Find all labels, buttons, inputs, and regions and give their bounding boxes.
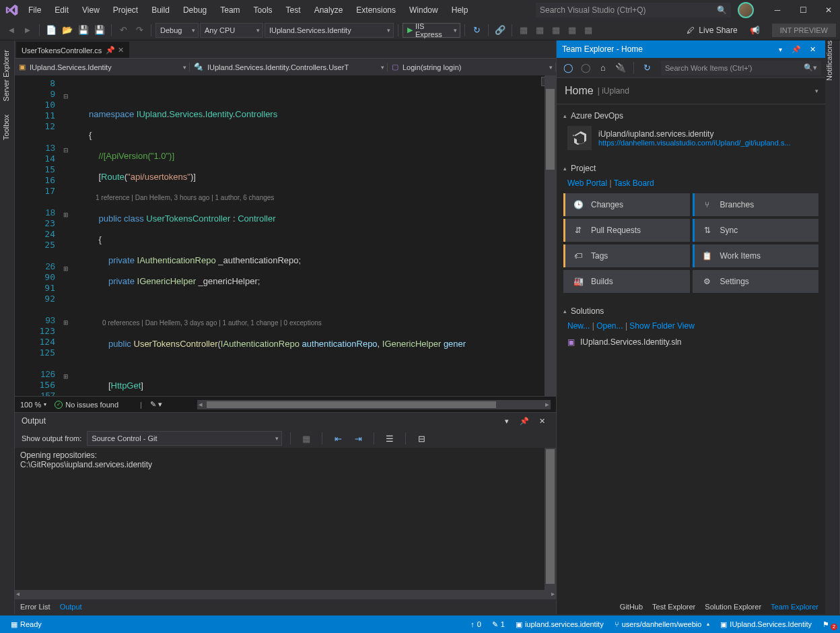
run-button[interactable]: ▶IIS Express <box>403 23 460 38</box>
status-project[interactable]: ▣IUpland.Services.Identity <box>715 620 817 629</box>
te-solution-item[interactable]: ▣ IUpland.Services.Identity.sln <box>563 333 818 351</box>
status-push[interactable]: ↑0 <box>465 620 487 628</box>
tile-changes[interactable]: 🕒Changes <box>563 193 690 216</box>
tab-solution-explorer[interactable]: Solution Explorer <box>705 603 761 611</box>
tb-icon-1[interactable]: ▦ <box>516 23 531 38</box>
tab-team-explorer[interactable]: Team Explorer <box>771 603 818 611</box>
te-section-project[interactable]: Project <box>563 161 818 176</box>
te-refresh-icon[interactable]: ↻ <box>639 61 654 75</box>
live-share-button[interactable]: 🖊 Live Share 📢 <box>681 26 765 35</box>
notifications-tab[interactable]: Notifications <box>825 40 840 614</box>
output-close-icon[interactable]: ✕ <box>534 413 549 428</box>
te-pin-icon[interactable]: 📌 <box>789 42 804 57</box>
output-wrap-icon[interactable]: ☰ <box>382 431 397 446</box>
status-repo[interactable]: ▣iupland.services.identity <box>510 620 609 629</box>
te-home-icon[interactable]: ⌂ <box>596 61 610 75</box>
tab-github[interactable]: GitHub <box>620 603 643 611</box>
output-dropdown-icon[interactable]: ▾ <box>499 413 514 428</box>
tb-icon-3[interactable]: ▦ <box>549 23 563 38</box>
redo-icon[interactable]: ↷ <box>132 23 147 38</box>
tile-builds[interactable]: 🏭Builds <box>563 270 690 293</box>
te-task-board-link[interactable]: Task Board <box>614 178 654 188</box>
status-notifications[interactable]: ⚑ <box>817 620 835 629</box>
status-branch[interactable]: ⑂users/danhellem/weebio▴ <box>609 620 715 628</box>
minimize-button[interactable]: ─ <box>766 2 789 18</box>
menu-test[interactable]: Test <box>279 3 308 18</box>
search-box[interactable]: Search Visual Studio (Ctrl+Q) 🔍 <box>536 3 731 18</box>
tb-icon-5[interactable]: ▦ <box>581 23 596 38</box>
config-combo[interactable]: Debug <box>155 23 199 38</box>
menu-edit[interactable]: Edit <box>48 3 75 18</box>
te-section-azure[interactable]: Azure DevOps <box>563 108 818 123</box>
menu-build[interactable]: Build <box>145 3 176 18</box>
browser-link-icon[interactable]: 🔗 <box>493 23 508 38</box>
tile-settings[interactable]: ⚙Settings <box>693 270 819 293</box>
undo-icon[interactable]: ↶ <box>116 23 131 38</box>
te-close-icon[interactable]: ✕ <box>805 42 820 57</box>
output-pin-icon[interactable]: 📌 <box>517 413 532 428</box>
nav-project-combo[interactable]: ▣ IUpland.Services.Identity <box>15 63 190 71</box>
menu-view[interactable]: View <box>75 3 106 18</box>
te-search-box[interactable]: Search Work Items (Ctrl+')🔍▾ <box>661 61 821 75</box>
menu-analyze[interactable]: Analyze <box>308 3 350 18</box>
code-editor[interactable]: 8 9⊟ 10 11 12 13⊟ 14 15 16 17 18⊞ 23 24 … <box>15 75 556 396</box>
te-sol-new-link[interactable]: New... <box>567 321 590 331</box>
te-home-header[interactable]: Home| iUpland <box>557 78 825 104</box>
file-tab[interactable]: UserTokensController.cs 📌 ✕ <box>16 42 129 58</box>
code-content[interactable]: namespace IUpland.Services.Identity.Cont… <box>75 75 556 396</box>
feedback-icon[interactable]: 📢 <box>750 26 760 35</box>
output-body[interactable]: Opening repositories: C:\GitRepos\iuplan… <box>15 448 556 590</box>
pin-icon[interactable]: 📌 <box>106 46 114 55</box>
editor-vscroll[interactable] <box>545 75 556 396</box>
menu-debug[interactable]: Debug <box>176 3 213 18</box>
maximize-button[interactable]: ☐ <box>792 2 814 18</box>
pencil-icon[interactable]: ✎ ▾ <box>150 400 162 409</box>
output-clear-icon[interactable]: ▦ <box>299 431 314 446</box>
user-avatar[interactable] <box>738 2 754 18</box>
tile-sync[interactable]: ⇅Sync <box>693 219 819 242</box>
menu-team[interactable]: Team <box>213 3 246 18</box>
menu-project[interactable]: Project <box>106 3 145 18</box>
fold-icon[interactable]: ⊞ <box>63 393 69 396</box>
te-repo-url[interactable]: https://danhellem.visualstudio.com/iUpla… <box>598 139 791 147</box>
output-vscroll[interactable] <box>545 448 556 590</box>
menu-window[interactable]: Window <box>403 3 445 18</box>
tile-tags[interactable]: 🏷Tags <box>563 244 690 267</box>
output-outdent-icon[interactable]: ⇥ <box>351 431 365 446</box>
open-file-icon[interactable]: 📂 <box>60 23 75 38</box>
output-indent-icon[interactable]: ⇤ <box>330 431 345 446</box>
output-source-combo[interactable]: Source Control - Git <box>87 431 282 446</box>
te-web-portal-link[interactable]: Web Portal <box>567 178 607 188</box>
toolbox-tab[interactable]: Toolbox <box>0 108 14 147</box>
menu-extensions[interactable]: Extensions <box>349 3 403 18</box>
refresh-icon[interactable]: ↻ <box>469 23 484 38</box>
nav-method-combo[interactable]: ▢ Login(string login) <box>388 63 556 71</box>
new-project-icon[interactable]: 📄 <box>44 23 59 38</box>
startup-project-combo[interactable]: IUpland.Services.Identity <box>265 23 394 38</box>
status-changes[interactable]: ✎1 <box>487 620 510 629</box>
te-repo-item[interactable]: iUpland/iupland.services.identity https:… <box>563 123 818 153</box>
nav-back-icon[interactable]: ◄ <box>4 23 19 38</box>
tile-workitems[interactable]: 📋Work Items <box>693 244 819 267</box>
output-tab[interactable]: Output <box>60 603 82 611</box>
no-issues-indicator[interactable]: ✓No issues found <box>55 401 118 409</box>
output-hscroll[interactable]: ◂ ▸ <box>15 590 556 599</box>
close-tab-icon[interactable]: ✕ <box>118 46 124 55</box>
server-explorer-tab[interactable]: Server Explorer <box>0 43 14 108</box>
tb-icon-4[interactable]: ▦ <box>565 23 580 38</box>
te-section-solutions[interactable]: Solutions <box>563 304 818 319</box>
editor-hscroll[interactable]: ◂ ▸ <box>197 400 551 409</box>
close-button[interactable]: ✕ <box>817 2 840 18</box>
platform-combo[interactable]: Any CPU <box>200 23 263 38</box>
te-fwd-icon[interactable]: ◯ <box>578 61 593 75</box>
nav-class-combo[interactable]: 🔩 IUpland.Services.Identity.Controllers.… <box>190 63 388 71</box>
te-dropdown-icon[interactable]: ▾ <box>773 42 788 57</box>
te-connect-icon[interactable]: 🔌 <box>613 61 628 75</box>
te-sol-folder-link[interactable]: Show Folder View <box>629 321 695 331</box>
menu-file[interactable]: File <box>22 3 48 18</box>
error-list-tab[interactable]: Error List <box>20 603 50 611</box>
output-toggle-icon[interactable]: ⊟ <box>414 431 429 446</box>
save-icon[interactable]: 💾 <box>76 23 91 38</box>
te-sol-open-link[interactable]: Open... <box>596 321 623 331</box>
tab-test-explorer[interactable]: Test Explorer <box>652 603 695 611</box>
